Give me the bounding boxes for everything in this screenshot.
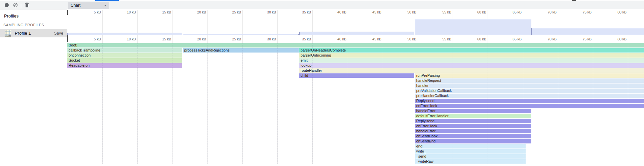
flame-bar-label: callbackTrampoline bbox=[69, 48, 100, 52]
flame-bar[interactable]: Reply.send bbox=[415, 119, 531, 123]
flame-bar[interactable]: _writeRaw bbox=[415, 159, 526, 164]
flame-bar-label: handleError bbox=[416, 109, 435, 113]
flame-bar[interactable]: handleRequest bbox=[415, 78, 644, 83]
flame-bar-label: child bbox=[301, 73, 308, 77]
ruler-bottom-tick-label: 35 kB bbox=[288, 37, 311, 41]
flame-bar[interactable]: preHandlerCallback bbox=[415, 94, 644, 98]
ruler-top-tick-label: 40 kB bbox=[323, 10, 346, 14]
ruler-bottom-tick-label: 55 kB bbox=[428, 37, 451, 41]
flame-bar-label: Reply.send bbox=[416, 119, 434, 123]
flame-bar[interactable]: Socket bbox=[67, 58, 182, 63]
devtools-memory-panel: Chart ▼ Profiles SAMPLING PROFILES % Pro… bbox=[0, 0, 644, 166]
chart-view-select-value: Chart bbox=[71, 3, 80, 8]
ruler-top-tick-label: 5 kB bbox=[77, 10, 101, 14]
flame-bar[interactable]: handleError bbox=[415, 129, 531, 133]
ruler-bottom-tick-label: 5 kB bbox=[77, 37, 101, 41]
flame-bar-label: emit bbox=[301, 58, 308, 62]
profile-name: Profile 1 bbox=[15, 31, 31, 36]
gridline-dashed-overlay bbox=[628, 43, 628, 164]
overview-silhouette-segment[interactable] bbox=[67, 33, 182, 35]
profile-icon: % bbox=[5, 30, 11, 37]
gridline-dashed-overlay bbox=[383, 43, 383, 164]
flame-bar-label: onSendHook bbox=[416, 134, 438, 138]
ruler-top-tick-label: 45 kB bbox=[358, 10, 381, 14]
svg-text:%: % bbox=[8, 34, 11, 37]
toolbar-separator bbox=[21, 4, 21, 8]
ruler-bottom-tick-label: 10 kB bbox=[112, 37, 136, 41]
ruler-zero-tick bbox=[67, 10, 68, 15]
flame-chart-pane[interactable]: 5 kB5 kB10 kB10 kB15 kB15 kB20 kB20 kB25… bbox=[67, 9, 644, 166]
flame-bar-label: handleError bbox=[416, 129, 435, 133]
flame-bar-label: handleRequest bbox=[416, 78, 441, 82]
gridline-dashed-overlay bbox=[102, 43, 103, 164]
ruler-top-tick-label: 50 kB bbox=[393, 10, 416, 14]
flame-bar[interactable]: write_ bbox=[415, 149, 526, 154]
flame-bar[interactable]: runPreParsing bbox=[415, 73, 644, 78]
ruler-bottom-tick-label: 80 kB bbox=[603, 37, 627, 41]
flame-bar[interactable]: (root) bbox=[67, 43, 644, 47]
ruler-bottom-tick-label: 75 kB bbox=[568, 37, 592, 41]
gridline-dashed-overlay bbox=[523, 43, 523, 164]
gridline-dashed-overlay bbox=[453, 43, 453, 164]
ruler-top-tick-label: 80 kB bbox=[603, 10, 627, 14]
flame-bar[interactable]: onSendEnd bbox=[415, 139, 531, 143]
flame-bar-label: onErrorHook bbox=[416, 124, 437, 128]
flame-bar[interactable]: Reply.send bbox=[415, 99, 644, 103]
flame-bar[interactable]: routeHandler bbox=[299, 68, 644, 73]
save-link[interactable]: Save bbox=[54, 31, 63, 36]
ruler-bottom-tick-label: 70 kB bbox=[533, 37, 557, 41]
profile-item[interactable]: % Profile 1 Save bbox=[0, 29, 67, 37]
flame-bar[interactable]: emit bbox=[299, 58, 644, 63]
gridline-dashed-overlay bbox=[173, 43, 173, 164]
flame-bar-label: Socket bbox=[69, 58, 80, 62]
flame-bar[interactable]: defaultErrorHandler bbox=[415, 114, 531, 118]
flame-bar[interactable]: callbackTrampoline bbox=[67, 48, 182, 53]
ruler-top-tick-label: 15 kB bbox=[148, 10, 171, 14]
ruler-bottom-tick-label: 20 kB bbox=[183, 37, 206, 41]
flame-bar-label: onErrorHook bbox=[416, 104, 437, 108]
overview-silhouette-segment[interactable] bbox=[531, 28, 644, 35]
flame-bar-label: preValidationCallback bbox=[416, 89, 452, 93]
flame-bar-label: routeHandler bbox=[301, 68, 322, 72]
gridline-dashed-overlay bbox=[558, 43, 558, 164]
flame-bar[interactable]: handleError bbox=[415, 109, 531, 113]
sampling-profiles-heading: SAMPLING PROFILES bbox=[3, 23, 44, 27]
ruler-zero-tick-2 bbox=[67, 35, 68, 42]
ruler-bottom-tick-label: 65 kB bbox=[498, 37, 522, 41]
flame-bar-label: (root) bbox=[69, 43, 77, 47]
flame-bar[interactable]: end bbox=[415, 144, 526, 148]
flame-bar-label: lookup bbox=[301, 63, 311, 67]
chart-view-select[interactable]: Chart ▼ bbox=[68, 2, 109, 9]
gridline-dashed-overlay bbox=[312, 43, 313, 164]
overview-silhouette-segment[interactable] bbox=[415, 19, 531, 35]
overview-silhouette-segment[interactable] bbox=[299, 32, 414, 35]
flame-bar[interactable]: lookup bbox=[299, 63, 644, 68]
ruler-top-tick-label: 20 kB bbox=[183, 10, 206, 14]
ruler-top-tick-label: 35 kB bbox=[288, 10, 311, 14]
ruler-bottom-tick-label: 25 kB bbox=[218, 37, 241, 41]
flame-bar-label: end bbox=[416, 144, 422, 148]
flame-bar[interactable]: preValidationCallback bbox=[415, 89, 644, 93]
toolbar: Chart ▼ bbox=[0, 1, 644, 9]
flame-bar[interactable]: handler bbox=[415, 84, 644, 88]
gridline-dashed-overlay bbox=[242, 43, 243, 164]
overview-silhouette-segment[interactable] bbox=[183, 34, 299, 35]
flame-bar[interactable]: parserOnIncoming bbox=[299, 53, 644, 58]
flame-bar[interactable]: onSendHook bbox=[415, 134, 531, 138]
delete-profile-button[interactable] bbox=[24, 2, 30, 8]
ruler-top-tick-label: 70 kB bbox=[533, 10, 557, 14]
record-button[interactable] bbox=[4, 2, 9, 8]
flame-bar[interactable]: parserOnHeadersComplete bbox=[299, 48, 644, 53]
flame-bar[interactable]: _send bbox=[415, 154, 526, 159]
flame-bar[interactable]: onErrorHook bbox=[415, 124, 531, 128]
flame-bar[interactable]: onconnection bbox=[67, 53, 182, 58]
overview-bottom-border bbox=[67, 35, 644, 35]
flame-bar[interactable]: Readable.on bbox=[67, 63, 182, 68]
flame-bar[interactable]: processTicksAndRejections bbox=[183, 48, 299, 53]
flame-bar[interactable]: child bbox=[299, 73, 414, 78]
flame-bar[interactable]: onErrorHook bbox=[415, 104, 644, 108]
clear-button[interactable] bbox=[13, 2, 18, 8]
ruler-top-tick-label: 60 kB bbox=[463, 10, 486, 14]
secondary-tab-indicator bbox=[572, 0, 576, 1]
sidebar-title: Profiles bbox=[4, 13, 18, 19]
